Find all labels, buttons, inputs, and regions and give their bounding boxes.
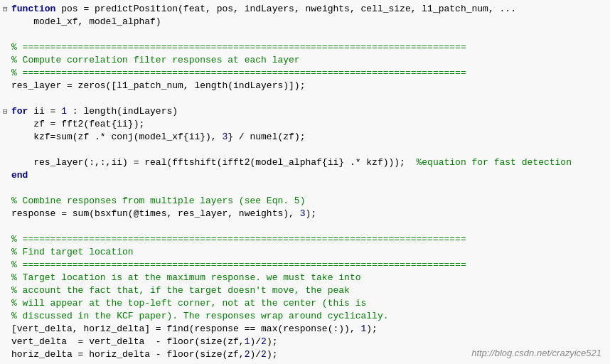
fold-icon	[3, 41, 11, 54]
fold-icon[interactable]: ⊟	[3, 3, 11, 16]
code-line: % account the fact that, if the target d…	[0, 284, 610, 297]
fold-icon	[3, 54, 11, 67]
fold-icon[interactable]: ⊟	[3, 105, 11, 118]
fold-icon	[3, 284, 11, 297]
code-line: kzf=sum(zf .* conj(model_xf{ii}), 3} / n…	[0, 131, 610, 144]
fold-icon	[3, 348, 11, 361]
code-line	[0, 144, 610, 156]
fold-icon	[3, 67, 11, 80]
code-line: vert_delta = vert_delta - floor(size(zf,…	[0, 336, 610, 348]
code-line	[0, 28, 610, 41]
fold-icon	[3, 336, 11, 348]
fold-icon	[3, 92, 11, 105]
code-line: response = sum(bsxfun(@times, res_layer,…	[0, 208, 610, 220]
line-text: end	[11, 169, 607, 182]
code-line: res_layer = zeros([l1_patch_num, length(…	[0, 80, 610, 92]
fold-icon	[3, 195, 11, 208]
code-line	[0, 220, 610, 233]
line-text: % Target location is at the maximum resp…	[11, 272, 607, 284]
code-line: [vert_delta, horiz_delta] = find(respons…	[0, 323, 610, 336]
code-line: % ======================================…	[0, 233, 610, 246]
code-line: zf = fft2(feat{ii});	[0, 118, 610, 131]
line-text: kzf=sum(zf .* conj(model_xf{ii}), 3} / n…	[11, 131, 607, 144]
fold-icon	[3, 323, 11, 336]
code-line	[0, 182, 610, 195]
fold-icon	[3, 246, 11, 259]
line-text: % account the fact that, if the target d…	[11, 284, 607, 297]
fold-icon	[3, 118, 11, 131]
line-text: function pos = predictPosition(feat, pos…	[11, 3, 607, 16]
code-line: % discussed in the KCF paper). The respo…	[0, 310, 610, 323]
code-line: ⊟for ii = 1 : length(indLayers)	[0, 105, 610, 118]
fold-icon	[3, 310, 11, 323]
fold-icon	[3, 182, 11, 195]
fold-icon	[3, 208, 11, 220]
code-line	[0, 92, 610, 105]
fold-icon	[3, 259, 11, 272]
line-text: % will appear at the top-left corner, no…	[11, 297, 607, 310]
fold-icon	[3, 297, 11, 310]
line-text: [vert_delta, horiz_delta] = find(respons…	[11, 323, 607, 336]
code-line: ⊟function pos = predictPosition(feat, po…	[0, 3, 610, 16]
line-text: model_xf, model_alphaf)	[11, 16, 607, 28]
line-text: % Combine responses from multiple layers…	[11, 195, 607, 208]
code-line: % Find target location	[0, 246, 610, 259]
line-text: % discussed in the KCF paper). The respo…	[11, 310, 607, 323]
line-text: response = sum(bsxfun(@times, res_layer,…	[11, 208, 607, 220]
fold-icon	[3, 361, 11, 364]
fold-icon	[3, 131, 11, 144]
line-text: % Compute correlation filter responses a…	[11, 54, 607, 67]
fold-icon	[3, 144, 11, 156]
code-line: % will appear at the top-left corner, no…	[0, 297, 610, 310]
fold-icon	[3, 220, 11, 233]
fold-icon	[3, 80, 11, 92]
code-line	[0, 361, 610, 364]
line-text: % ======================================…	[11, 259, 607, 272]
watermark: http://blog.csdn.net/crazyice521	[471, 348, 601, 358]
code-line: % ======================================…	[0, 259, 610, 272]
line-text: % ======================================…	[11, 233, 607, 246]
fold-icon	[3, 156, 11, 169]
fold-icon	[3, 16, 11, 28]
fold-icon	[3, 28, 11, 41]
code-line: % Combine responses from multiple layers…	[0, 195, 610, 208]
code-line: % ======================================…	[0, 41, 610, 54]
line-text: vert_delta = vert_delta - floor(size(zf,…	[11, 336, 607, 348]
line-text: for ii = 1 : length(indLayers)	[11, 105, 607, 118]
line-text: zf = fft2(feat{ii});	[11, 118, 607, 131]
code-line: % Target location is at the maximum resp…	[0, 272, 610, 284]
code-line: res_layer(:,:,ii) = real(fftshift(ifft2(…	[0, 156, 610, 169]
code-line: % Compute correlation filter responses a…	[0, 54, 610, 67]
fold-icon	[3, 169, 11, 182]
fold-icon	[3, 233, 11, 246]
line-text: % ======================================…	[11, 41, 607, 54]
code-line: % ======================================…	[0, 67, 610, 80]
code-line: end	[0, 169, 610, 182]
fold-icon	[3, 272, 11, 284]
code-editor: ⊟function pos = predictPosition(feat, po…	[0, 0, 610, 364]
line-text: % Find target location	[11, 246, 607, 259]
code-line: model_xf, model_alphaf)	[0, 16, 610, 28]
line-text: res_layer(:,:,ii) = real(fftshift(ifft2(…	[11, 156, 607, 169]
line-text: % ======================================…	[11, 67, 607, 80]
line-text: res_layer = zeros([l1_patch_num, length(…	[11, 80, 607, 92]
